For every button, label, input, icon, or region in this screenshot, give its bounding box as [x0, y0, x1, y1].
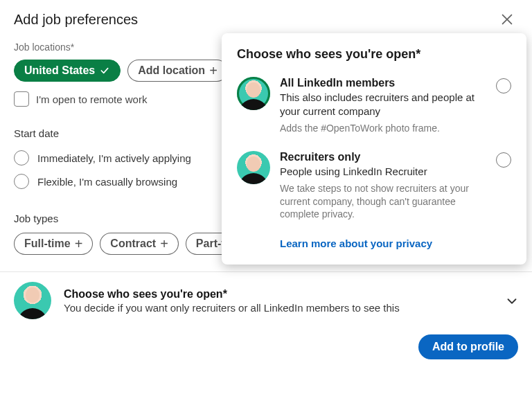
chevron-down-icon — [504, 294, 518, 307]
plus-icon: + — [75, 238, 83, 249]
location-chip-selected[interactable]: United States — [14, 60, 121, 82]
check-icon — [99, 65, 110, 76]
job-type-chip-contract[interactable]: Contract + — [100, 233, 178, 255]
avatar — [14, 282, 51, 319]
job-type-label: Full-time — [24, 238, 71, 250]
add-location-label: Add location — [138, 64, 205, 77]
visibility-option-note: Adds the #OpenToWork photo frame. — [280, 122, 486, 135]
remote-checkbox[interactable] — [14, 91, 29, 107]
visibility-summary-row[interactable]: Choose who sees you're open* You decide … — [0, 272, 532, 328]
avatar-open-to-work — [237, 77, 270, 110]
visibility-radio-all[interactable] — [496, 78, 511, 93]
visibility-summary-title: Choose who sees you're open* — [64, 288, 492, 301]
visibility-title: Choose who sees you're open* — [237, 47, 511, 62]
visibility-option-sub: People using LinkedIn Recruiter — [280, 165, 486, 179]
plus-icon: + — [160, 238, 168, 249]
add-to-profile-button[interactable]: Add to profile — [418, 334, 518, 359]
learn-more-link[interactable]: Learn more about your privacy — [280, 238, 511, 249]
remote-label: I'm open to remote work — [36, 93, 147, 105]
close-icon[interactable] — [499, 11, 515, 28]
visibility-summary-sub: You decide if you want only recruiters o… — [64, 302, 492, 314]
add-location-chip[interactable]: Add location + — [127, 60, 228, 82]
visibility-option-all[interactable]: All LinkedIn members This also includes … — [237, 77, 511, 134]
start-date-option-label: Immediately, I'm actively applying — [37, 152, 191, 164]
visibility-option-title: Recruiters only — [280, 151, 486, 163]
modal-title: Add job preferences — [14, 12, 138, 28]
visibility-radio-recruiters[interactable] — [496, 152, 511, 168]
job-type-chip-fulltime[interactable]: Full-time + — [14, 233, 93, 255]
avatar — [237, 151, 270, 184]
start-date-radio-immediately[interactable] — [14, 150, 29, 165]
visibility-option-recruiters[interactable]: Recruiters only People using LinkedIn Re… — [237, 151, 511, 221]
visibility-option-sub: This also includes recruiters and people… — [280, 91, 486, 119]
start-date-radio-flexible[interactable] — [14, 174, 29, 189]
visibility-popover: Choose who sees you're open* All LinkedI… — [222, 33, 526, 265]
job-type-label: Contract — [110, 238, 156, 250]
visibility-option-title: All LinkedIn members — [280, 77, 486, 89]
visibility-option-note: We take steps to not show recruiters at … — [280, 182, 486, 222]
start-date-option-label: Flexible, I'm casually browsing — [37, 176, 177, 188]
plus-icon: + — [209, 65, 218, 76]
location-chip-label: United States — [24, 64, 95, 77]
